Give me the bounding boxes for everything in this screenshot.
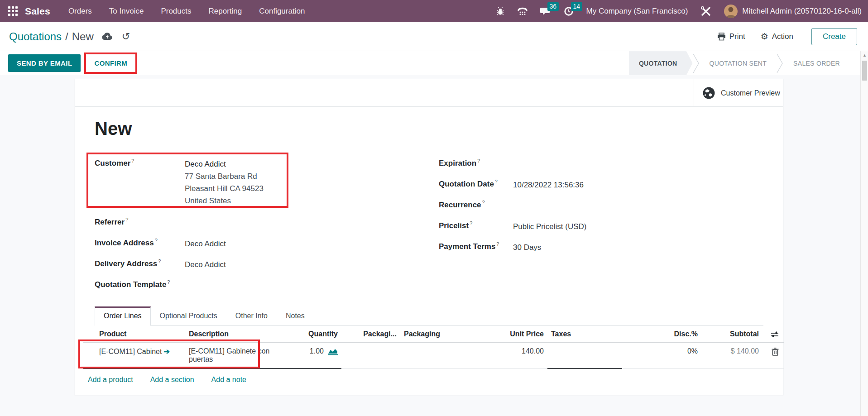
scrollbar-thumb[interactable] bbox=[862, 61, 867, 81]
field-delivery-address: Delivery Address? Deco Addict bbox=[95, 258, 439, 271]
user-avatar bbox=[724, 5, 738, 18]
quotation-date-value[interactable]: 10/28/2022 13:56:36 bbox=[513, 179, 584, 191]
print-button[interactable]: Print bbox=[717, 32, 745, 41]
add-note-link[interactable]: Add a note bbox=[211, 376, 246, 384]
field-customer: Customer? Deco Addict 77 Santa Barbara R… bbox=[95, 158, 439, 207]
expiration-label: Expiration? bbox=[439, 159, 480, 167]
order-line-product-cell[interactable]: [E-COM11] Cabinet➔ bbox=[83, 343, 185, 369]
add-product-link[interactable]: Add a product bbox=[88, 376, 133, 384]
save-cloud-icon[interactable] bbox=[102, 33, 113, 40]
order-line-subtotal-cell: $ 140.00 bbox=[701, 343, 762, 369]
scroll-up-icon[interactable]: ▲ bbox=[861, 51, 868, 59]
notebook-tabs: Order Lines Optional Products Other Info… bbox=[95, 306, 763, 326]
confirm-annotation-box: CONFIRM bbox=[84, 53, 137, 74]
form-sheet: Customer Preview New Customer? Deco Addi… bbox=[75, 79, 783, 395]
internal-link-icon[interactable]: ➔ bbox=[163, 348, 169, 355]
order-line-packaging-qty-cell[interactable] bbox=[341, 343, 400, 369]
tab-notes[interactable]: Notes bbox=[277, 306, 314, 325]
quotation-template-label: Quotation Template? bbox=[95, 280, 170, 289]
col-quantity[interactable]: Quantity bbox=[283, 326, 341, 343]
odoo-sales-quotation-page: Sales Orders To Invoice Products Reporti… bbox=[0, 0, 868, 416]
order-line-row[interactable]: [E-COM11] Cabinet➔ [E-COM11] Gabinete co… bbox=[83, 343, 784, 369]
breadcrumb-current: New bbox=[72, 30, 94, 43]
user-menu[interactable]: Mitchell Admin (20570120-16-0-all) bbox=[724, 5, 862, 18]
field-quotation-date: Quotation Date? 10/28/2022 13:56:36 bbox=[439, 179, 763, 191]
status-quotation[interactable]: QUOTATION bbox=[629, 51, 693, 76]
order-line-disc-cell[interactable]: 0% bbox=[622, 343, 701, 369]
order-line-quantity-cell[interactable]: 1.00 bbox=[283, 343, 341, 369]
confirm-button[interactable]: CONFIRM bbox=[91, 57, 130, 69]
col-product[interactable]: Product bbox=[83, 326, 185, 343]
customer-label: Customer? bbox=[95, 159, 134, 167]
col-taxes[interactable]: Taxes bbox=[547, 326, 622, 343]
user-name: Mitchell Admin (20570120-16-0-all) bbox=[742, 7, 862, 16]
invoice-address-label: Invoice Address? bbox=[95, 239, 158, 247]
field-referrer: Referrer? bbox=[95, 217, 439, 230]
menu-configuration[interactable]: Configuration bbox=[259, 7, 305, 16]
menu-products[interactable]: Products bbox=[161, 7, 191, 16]
activities-count-badge: 14 bbox=[571, 2, 583, 11]
document-title: New bbox=[95, 119, 763, 139]
status-chevron-icon bbox=[777, 51, 783, 76]
order-line-packaging-cell[interactable] bbox=[400, 343, 468, 369]
delivery-address-value[interactable]: Deco Addict bbox=[185, 258, 226, 271]
field-recurrence: Recurrence? bbox=[439, 200, 763, 212]
col-packaging[interactable]: Packaging bbox=[400, 326, 468, 343]
company-switcher[interactable]: My Company (San Francisco) bbox=[586, 7, 688, 16]
pricelist-label: Pricelist? bbox=[439, 221, 472, 230]
debug-bug-icon[interactable] bbox=[496, 7, 505, 16]
field-expiration: Expiration? bbox=[439, 158, 763, 171]
form-fields: Customer? Deco Addict 77 Santa Barbara R… bbox=[95, 158, 763, 300]
add-section-link[interactable]: Add a section bbox=[150, 376, 194, 384]
breadcrumb-quotations-link[interactable]: Quotations bbox=[9, 30, 62, 43]
pricelist-value[interactable]: Public Pricelist (USD) bbox=[513, 220, 586, 233]
field-payment-terms: Payment Terms? 30 Days bbox=[439, 241, 763, 254]
tools-icon[interactable] bbox=[700, 6, 711, 17]
col-packaging-qty[interactable]: Packagi... bbox=[341, 326, 400, 343]
invoice-address-value[interactable]: Deco Addict bbox=[185, 238, 226, 250]
field-quotation-template: Quotation Template? bbox=[95, 279, 439, 292]
softphone-icon[interactable] bbox=[518, 7, 528, 16]
tab-other-info[interactable]: Other Info bbox=[226, 306, 277, 325]
col-disc[interactable]: Disc.% bbox=[622, 326, 701, 343]
customer-preview-button[interactable]: Customer Preview bbox=[694, 79, 783, 106]
col-subtotal[interactable]: Subtotal bbox=[701, 326, 762, 343]
control-panel-top: Quotations / New ↺ Print ⚙ Action Create bbox=[0, 22, 868, 51]
status-sales-order[interactable]: SALES ORDER bbox=[783, 51, 850, 76]
action-button[interactable]: ⚙ Action bbox=[761, 32, 793, 41]
messages-chat-icon[interactable]: 36 bbox=[540, 6, 551, 16]
order-line-unit-price-cell[interactable]: 140.00 bbox=[468, 343, 547, 369]
recurrence-label: Recurrence? bbox=[439, 201, 485, 209]
customer-preview-label: Customer Preview bbox=[721, 89, 780, 97]
order-line-actions-cell bbox=[762, 343, 784, 369]
apps-menu-icon[interactable] bbox=[8, 6, 18, 16]
table-footer-links: Add a product Add a section Add a note bbox=[83, 369, 784, 392]
breadcrumb: Quotations / New bbox=[9, 30, 94, 43]
menu-to-invoice[interactable]: To Invoice bbox=[109, 7, 144, 16]
discard-undo-icon[interactable]: ↺ bbox=[122, 32, 130, 42]
activities-clock-icon[interactable]: 14 bbox=[564, 6, 574, 16]
customer-value[interactable]: Deco Addict 77 Santa Barbara Rd Pleasant… bbox=[185, 158, 264, 207]
forecast-chart-icon[interactable] bbox=[328, 348, 338, 355]
menu-reporting[interactable]: Reporting bbox=[209, 7, 242, 16]
vertical-scrollbar[interactable]: ▲ bbox=[860, 51, 868, 416]
menu-orders[interactable]: Orders bbox=[68, 7, 92, 16]
top-navbar: Sales Orders To Invoice Products Reporti… bbox=[0, 0, 868, 22]
order-line-taxes-cell[interactable] bbox=[547, 343, 622, 369]
status-quotation-sent[interactable]: QUOTATION SENT bbox=[700, 51, 777, 76]
app-brand[interactable]: Sales bbox=[25, 6, 50, 17]
optional-columns-icon[interactable] bbox=[771, 331, 779, 338]
field-pricelist: Pricelist? Public Pricelist (USD) bbox=[439, 220, 763, 233]
sheet-top-strip: Customer Preview bbox=[75, 79, 783, 107]
col-description[interactable]: Description bbox=[185, 326, 283, 343]
tab-order-lines[interactable]: Order Lines bbox=[95, 306, 151, 326]
send-by-email-button[interactable]: SEND BY EMAIL bbox=[8, 54, 81, 72]
col-unit-price[interactable]: Unit Price bbox=[468, 326, 547, 343]
order-lines-table: Product Description Quantity Packagi... … bbox=[83, 326, 784, 392]
tab-optional-products[interactable]: Optional Products bbox=[151, 306, 226, 325]
delete-row-trash-icon[interactable] bbox=[772, 348, 779, 356]
create-button[interactable]: Create bbox=[811, 28, 857, 45]
status-chevron-icon bbox=[693, 51, 700, 76]
payment-terms-value[interactable]: 30 Days bbox=[513, 241, 541, 254]
order-line-description-cell[interactable]: [E-COM11] Gabinete con puertas bbox=[185, 343, 283, 369]
